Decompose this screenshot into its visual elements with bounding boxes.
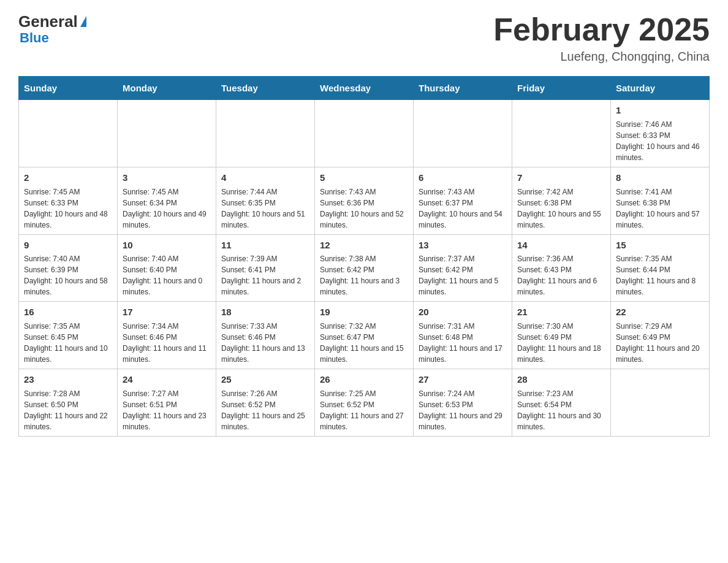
day-info: Sunrise: 7:31 AM Sunset: 6:48 PM Dayligh…: [419, 321, 507, 365]
calendar-day-cell: [414, 100, 512, 167]
calendar-day-cell: 21Sunrise: 7:30 AM Sunset: 6:49 PM Dayli…: [512, 302, 611, 369]
calendar-day-cell: 11Sunrise: 7:39 AM Sunset: 6:41 PM Dayli…: [216, 234, 315, 302]
day-number: 17: [123, 305, 211, 319]
day-info: Sunrise: 7:44 AM Sunset: 6:35 PM Dayligh…: [221, 186, 309, 231]
day-number: 10: [123, 239, 211, 252]
day-info: Sunrise: 7:28 AM Sunset: 6:50 PM Dayligh…: [24, 388, 112, 432]
day-info: Sunrise: 7:26 AM Sunset: 6:52 PM Dayligh…: [221, 388, 309, 432]
logo-text: General: [18, 12, 86, 31]
day-info: Sunrise: 7:40 AM Sunset: 6:39 PM Dayligh…: [24, 253, 112, 297]
calendar-day-cell: 23Sunrise: 7:28 AM Sunset: 6:50 PM Dayli…: [19, 369, 118, 437]
day-info: Sunrise: 7:38 AM Sunset: 6:42 PM Dayligh…: [320, 253, 408, 297]
logo-general: General: [18, 12, 78, 31]
day-info: Sunrise: 7:32 AM Sunset: 6:47 PM Dayligh…: [320, 321, 408, 365]
calendar-day-cell: 12Sunrise: 7:38 AM Sunset: 6:42 PM Dayli…: [315, 234, 414, 302]
day-info: Sunrise: 7:41 AM Sunset: 6:38 PM Dayligh…: [616, 186, 704, 231]
day-info: Sunrise: 7:43 AM Sunset: 6:36 PM Dayligh…: [320, 186, 408, 231]
day-number: 27: [419, 373, 507, 386]
calendar-day-cell: 10Sunrise: 7:40 AM Sunset: 6:40 PM Dayli…: [118, 234, 216, 302]
day-info: Sunrise: 7:25 AM Sunset: 6:52 PM Dayligh…: [320, 388, 408, 432]
calendar-day-cell: 7Sunrise: 7:42 AM Sunset: 6:38 PM Daylig…: [512, 167, 611, 234]
calendar-table: SundayMondayTuesdayWednesdayThursdayFrid…: [18, 76, 710, 437]
calendar-day-cell: 14Sunrise: 7:36 AM Sunset: 6:43 PM Dayli…: [512, 234, 611, 302]
calendar-week-row: 16Sunrise: 7:35 AM Sunset: 6:45 PM Dayli…: [19, 302, 710, 369]
calendar-day-cell: [611, 369, 710, 437]
day-number: 12: [320, 239, 408, 252]
day-info: Sunrise: 7:45 AM Sunset: 6:34 PM Dayligh…: [123, 186, 211, 231]
day-info: Sunrise: 7:24 AM Sunset: 6:53 PM Dayligh…: [419, 388, 507, 432]
calendar-week-row: 23Sunrise: 7:28 AM Sunset: 6:50 PM Dayli…: [19, 369, 710, 437]
calendar-week-row: 9Sunrise: 7:40 AM Sunset: 6:39 PM Daylig…: [19, 234, 710, 302]
day-number: 7: [517, 171, 605, 185]
day-info: Sunrise: 7:46 AM Sunset: 6:33 PM Dayligh…: [616, 119, 704, 163]
day-number: 4: [221, 171, 309, 185]
day-number: 6: [419, 171, 507, 185]
title-block: February 2025 Luefeng, Chongqing, China: [493, 12, 710, 64]
day-info: Sunrise: 7:37 AM Sunset: 6:42 PM Dayligh…: [419, 253, 507, 297]
day-number: 24: [123, 373, 211, 386]
calendar-day-cell: 27Sunrise: 7:24 AM Sunset: 6:53 PM Dayli…: [414, 369, 512, 437]
calendar-day-cell: 2Sunrise: 7:45 AM Sunset: 6:33 PM Daylig…: [19, 167, 118, 234]
day-number: 11: [221, 239, 309, 252]
calendar-day-cell: [315, 100, 414, 167]
day-of-week-header: Thursday: [414, 77, 512, 100]
calendar-day-cell: 13Sunrise: 7:37 AM Sunset: 6:42 PM Dayli…: [414, 234, 512, 302]
day-info: Sunrise: 7:35 AM Sunset: 6:44 PM Dayligh…: [616, 253, 704, 297]
day-number: 5: [320, 171, 408, 185]
day-of-week-header: Friday: [512, 77, 611, 100]
calendar-day-cell: [216, 100, 315, 167]
calendar-header-row: SundayMondayTuesdayWednesdayThursdayFrid…: [19, 77, 710, 100]
day-number: 23: [24, 373, 112, 386]
calendar-subtitle: Luefeng, Chongqing, China: [493, 50, 710, 64]
day-number: 3: [123, 171, 211, 185]
logo-blue-text: Blue: [20, 30, 49, 46]
day-number: 15: [616, 239, 704, 252]
day-of-week-header: Saturday: [611, 77, 710, 100]
day-number: 20: [419, 305, 507, 319]
calendar-day-cell: 26Sunrise: 7:25 AM Sunset: 6:52 PM Dayli…: [315, 369, 414, 437]
day-info: Sunrise: 7:30 AM Sunset: 6:49 PM Dayligh…: [517, 321, 605, 365]
calendar-day-cell: 22Sunrise: 7:29 AM Sunset: 6:49 PM Dayli…: [611, 302, 710, 369]
day-number: 9: [24, 239, 112, 252]
calendar-day-cell: 4Sunrise: 7:44 AM Sunset: 6:35 PM Daylig…: [216, 167, 315, 234]
day-info: Sunrise: 7:45 AM Sunset: 6:33 PM Dayligh…: [24, 186, 112, 231]
calendar-day-cell: 17Sunrise: 7:34 AM Sunset: 6:46 PM Dayli…: [118, 302, 216, 369]
calendar-day-cell: 28Sunrise: 7:23 AM Sunset: 6:54 PM Dayli…: [512, 369, 611, 437]
calendar-day-cell: 6Sunrise: 7:43 AM Sunset: 6:37 PM Daylig…: [414, 167, 512, 234]
day-number: 22: [616, 305, 704, 319]
day-info: Sunrise: 7:36 AM Sunset: 6:43 PM Dayligh…: [517, 253, 605, 297]
calendar-day-cell: 9Sunrise: 7:40 AM Sunset: 6:39 PM Daylig…: [19, 234, 118, 302]
day-of-week-header: Sunday: [19, 77, 118, 100]
day-number: 14: [517, 239, 605, 252]
calendar-day-cell: 24Sunrise: 7:27 AM Sunset: 6:51 PM Dayli…: [118, 369, 216, 437]
day-of-week-header: Tuesday: [216, 77, 315, 100]
day-info: Sunrise: 7:40 AM Sunset: 6:40 PM Dayligh…: [123, 253, 211, 297]
day-info: Sunrise: 7:43 AM Sunset: 6:37 PM Dayligh…: [419, 186, 507, 231]
day-number: 18: [221, 305, 309, 319]
day-number: 19: [320, 305, 408, 319]
calendar-day-cell: 15Sunrise: 7:35 AM Sunset: 6:44 PM Dayli…: [611, 234, 710, 302]
day-number: 26: [320, 373, 408, 386]
day-info: Sunrise: 7:34 AM Sunset: 6:46 PM Dayligh…: [123, 321, 211, 365]
day-number: 25: [221, 373, 309, 386]
day-number: 13: [419, 239, 507, 252]
calendar-day-cell: 16Sunrise: 7:35 AM Sunset: 6:45 PM Dayli…: [19, 302, 118, 369]
logo: General Blue: [18, 12, 86, 46]
day-number: 2: [24, 171, 112, 185]
day-number: 1: [616, 104, 704, 117]
day-info: Sunrise: 7:29 AM Sunset: 6:49 PM Dayligh…: [616, 321, 704, 365]
day-info: Sunrise: 7:35 AM Sunset: 6:45 PM Dayligh…: [24, 321, 112, 365]
day-info: Sunrise: 7:27 AM Sunset: 6:51 PM Dayligh…: [123, 388, 211, 432]
calendar-day-cell: [19, 100, 118, 167]
day-info: Sunrise: 7:23 AM Sunset: 6:54 PM Dayligh…: [517, 388, 605, 432]
day-number: 8: [616, 171, 704, 185]
calendar-week-row: 2Sunrise: 7:45 AM Sunset: 6:33 PM Daylig…: [19, 167, 710, 234]
day-of-week-header: Monday: [118, 77, 216, 100]
calendar-day-cell: 8Sunrise: 7:41 AM Sunset: 6:38 PM Daylig…: [611, 167, 710, 234]
calendar-day-cell: [512, 100, 611, 167]
logo-triangle-icon: [80, 16, 86, 27]
calendar-week-row: 1Sunrise: 7:46 AM Sunset: 6:33 PM Daylig…: [19, 100, 710, 167]
day-number: 28: [517, 373, 605, 386]
calendar-day-cell: 20Sunrise: 7:31 AM Sunset: 6:48 PM Dayli…: [414, 302, 512, 369]
calendar-day-cell: 25Sunrise: 7:26 AM Sunset: 6:52 PM Dayli…: [216, 369, 315, 437]
